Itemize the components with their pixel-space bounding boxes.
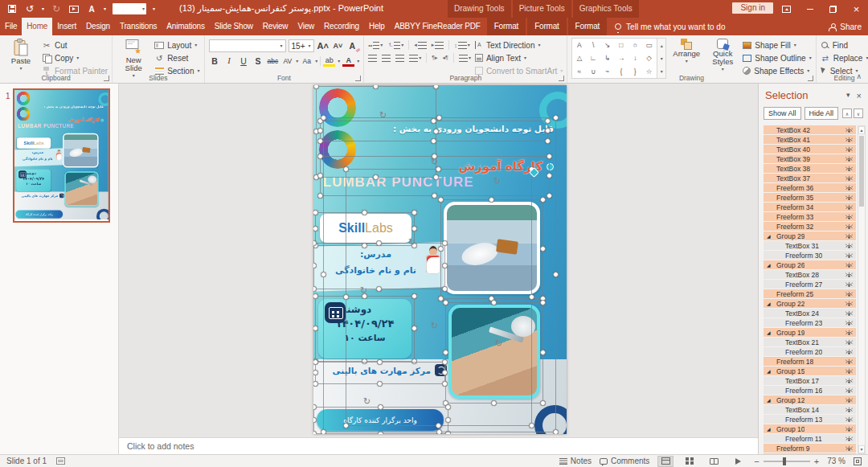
selection-item[interactable]: Group 7 (764, 453, 856, 454)
copy-button[interactable]: Copy ▾ (42, 52, 108, 63)
expand-triangle-icon[interactable] (767, 330, 771, 335)
selection-handle[interactable] (321, 429, 326, 434)
align-center-button[interactable] (382, 55, 391, 62)
arrange-button[interactable]: Arrange▾ (670, 38, 702, 63)
new-slide-button[interactable]: New Slide▾ (117, 38, 150, 78)
strikethrough-button[interactable]: abc (267, 55, 280, 67)
clipboard-dialog-launcher-icon[interactable] (104, 76, 109, 81)
selection-item[interactable]: Freeform 35 (764, 193, 856, 202)
font-style-dropdown-icon[interactable]: ▾ (104, 6, 106, 11)
scroll-thumb[interactable] (859, 136, 864, 207)
visibility-eye-icon[interactable] (845, 195, 854, 201)
slide-count-label[interactable]: Slide 1 of 1 (6, 457, 47, 465)
align-text-button[interactable]: Align Text ▾ (475, 52, 563, 63)
sign-in-button[interactable]: Sign in (732, 2, 773, 14)
visibility-eye-icon[interactable] (845, 175, 854, 182)
instructor-text[interactable]: مدرس: نام و نام خانوادگی (317, 247, 434, 279)
selection-handle[interactable] (436, 429, 442, 434)
selection-handle[interactable] (540, 197, 546, 203)
start-from-beginning-icon[interactable] (68, 3, 80, 14)
layout-button[interactable]: Layout ▾ (154, 39, 199, 51)
selection-item[interactable]: TextBox 39 (764, 154, 856, 163)
scroll-up-icon[interactable]: ▲ (858, 126, 865, 134)
selection-item[interactable]: Freeform 23 (764, 318, 856, 327)
selection-handle[interactable] (445, 417, 451, 423)
selection-item[interactable]: Group 12 (764, 395, 856, 404)
visibility-eye-icon[interactable] (845, 310, 854, 317)
selection-handle[interactable] (436, 166, 441, 172)
elbow-connector-shape-icon[interactable]: ∟ (590, 54, 596, 62)
university-logo-icon[interactable] (17, 91, 31, 105)
selection-item[interactable]: Group 26 (764, 260, 856, 269)
rotate-handle[interactable] (408, 238, 416, 247)
pane-close-icon[interactable]: × (857, 91, 862, 100)
reading-view-button[interactable] (706, 456, 722, 467)
slide-thumbnail[interactable]: قابل توجه دانشجویان ورودی به بخش : کارگا… (13, 88, 110, 223)
visibility-eye-icon[interactable] (845, 137, 854, 143)
expand-triangle-icon[interactable] (767, 397, 771, 403)
selection-handle[interactable] (438, 246, 444, 252)
selection-handle[interactable] (553, 429, 559, 434)
change-case-button[interactable]: Aa (301, 55, 313, 67)
selection-handle[interactable] (362, 358, 367, 364)
justify-button[interactable]: ▾ (409, 55, 421, 62)
restore-icon[interactable] (821, 0, 845, 18)
selection-item[interactable]: Group 15 (764, 367, 856, 375)
selection-item[interactable]: Freeform 30 (764, 251, 856, 260)
slide-poster[interactable]: قابل توجه دانشجویان ورودی به بخش : کارگا… (14, 90, 108, 219)
selection-handle[interactable] (411, 210, 417, 215)
clear-formatting-button[interactable]: A (346, 40, 358, 52)
selection-handle[interactable] (313, 210, 318, 215)
slideshow-view-button[interactable] (730, 456, 746, 467)
department-logo-icon[interactable] (17, 107, 31, 121)
rotate-handle[interactable] (431, 322, 438, 330)
paragraph-dialog-launcher-icon[interactable] (559, 76, 564, 81)
selection-handle[interactable] (529, 423, 534, 428)
visibility-eye-icon[interactable] (845, 339, 854, 346)
zoom-level-label[interactable]: 73 % (827, 457, 845, 465)
selection-handle[interactable] (431, 118, 436, 124)
visibility-eye-icon[interactable] (845, 204, 854, 211)
selection-handle[interactable] (540, 246, 546, 252)
university-logo-icon[interactable] (319, 88, 356, 127)
selection-item[interactable]: Freeform 18 (764, 357, 856, 366)
organizer-banner[interactable]: واحد برگزار کننده کارگاه (317, 409, 444, 431)
expand-triangle-icon[interactable] (767, 233, 771, 239)
shapes-gallery-scroll[interactable]: ▴▾▾ (657, 39, 665, 78)
decrease-font-size-button[interactable]: A˅ (332, 40, 344, 52)
ribbon-tab[interactable]: Recording (319, 18, 364, 35)
selection-handle[interactable] (547, 154, 552, 159)
selection-item[interactable]: Freeform 27 (764, 280, 856, 289)
decorative-ring-bottom-icon[interactable] (96, 209, 108, 219)
italic-button[interactable]: I (223, 55, 235, 67)
selection-handle[interactable] (317, 154, 323, 159)
selection-item[interactable]: TextBox 37 (764, 174, 856, 182)
rotate-handle[interactable] (495, 339, 502, 348)
workshop-title-text[interactable]: کارگاه آموزش (68, 117, 104, 123)
selection-item[interactable]: Freeform 20 (764, 347, 856, 356)
save-icon[interactable] (6, 3, 18, 14)
align-left-button[interactable] (368, 55, 377, 62)
text-direction-button[interactable]: Text Direction ▾ (475, 39, 563, 51)
selection-item[interactable]: TextBox 17 (764, 376, 856, 385)
minimize-icon[interactable] (798, 0, 821, 18)
selection-handle[interactable] (553, 272, 559, 277)
selection-handle[interactable] (362, 243, 367, 248)
ribbon-tab[interactable]: Help (364, 18, 390, 35)
selection-scrollbar[interactable]: ▲ ▼ (858, 125, 866, 454)
attention-text[interactable]: قابل توجه دانشجویان ورودی به بخش : (44, 104, 104, 108)
selection-handle[interactable] (445, 404, 451, 410)
selection-handle[interactable] (442, 263, 448, 268)
underline-button[interactable]: U (238, 55, 250, 67)
visibility-eye-icon[interactable] (845, 166, 854, 172)
selection-item[interactable]: Freeform 16 (764, 386, 856, 395)
procedure-photo-top[interactable] (444, 202, 540, 294)
lumbar-puncture-title-text[interactable]: LUMBAR PUNCTURE (323, 174, 474, 190)
selection-handle[interactable] (545, 138, 551, 144)
selection-handle[interactable] (343, 166, 349, 172)
expand-triangle-icon[interactable] (767, 426, 771, 432)
ribbon-tab[interactable]: Format (568, 18, 607, 35)
visibility-eye-icon[interactable] (845, 223, 854, 230)
selection-item[interactable]: Freeform 9 (764, 444, 856, 453)
notes-bar[interactable]: Click to add notes (119, 437, 758, 454)
